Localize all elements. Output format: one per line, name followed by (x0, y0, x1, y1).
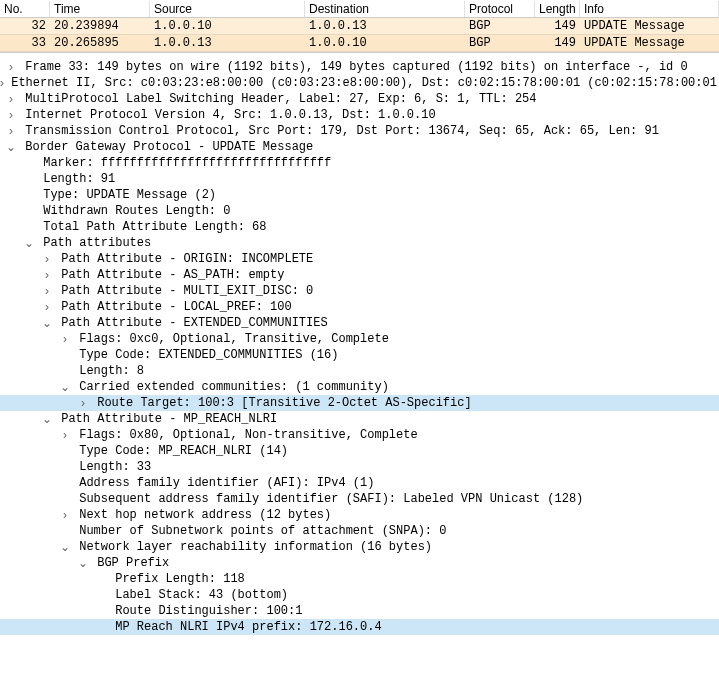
tree-label: Type: UPDATE Message (2) (36, 187, 216, 203)
tree-row[interactable]: · MP Reach NLRI IPv4 prefix: 172.16.0.4 (0, 619, 719, 635)
cell-no: 33 (0, 35, 50, 51)
expander-closed-icon[interactable]: › (58, 331, 72, 347)
tree-row[interactable]: › Path Attribute - MULTI_EXIT_DISC: 0 (0, 283, 719, 299)
tree-label: Next hop network address (12 bytes) (72, 507, 331, 523)
cell-destination: 1.0.0.10 (305, 35, 465, 51)
expander-closed-icon[interactable]: › (40, 283, 54, 299)
tree-row[interactable]: › Flags: 0x80, Optional, Non-transitive,… (0, 427, 719, 443)
tree-label: Internet Protocol Version 4, Src: 1.0.0.… (18, 107, 436, 123)
tree-label: Type Code: MP_REACH_NLRI (14) (72, 443, 288, 459)
tree-row[interactable]: › Path Attribute - ORIGIN: INCOMPLETE (0, 251, 719, 267)
tree-label: Length: 8 (72, 363, 144, 379)
expander-closed-icon[interactable]: › (58, 427, 72, 443)
packet-row[interactable]: 3320.2658951.0.0.131.0.0.10BGP149UPDATE … (0, 35, 719, 52)
expander-closed-icon[interactable]: › (40, 251, 54, 267)
tree-row[interactable]: · Total Path Attribute Length: 68 (0, 219, 719, 235)
tree-label: Carried extended communities: (1 communi… (72, 379, 389, 395)
expander-closed-icon[interactable]: › (76, 395, 90, 411)
tree-row[interactable]: ⌄ Path Attribute - EXTENDED_COMMUNITIES (0, 315, 719, 331)
cell-length: 149 (535, 35, 580, 51)
expander-spacer: · (22, 171, 36, 187)
expander-closed-icon[interactable]: › (40, 267, 54, 283)
tree-row[interactable]: ⌄ Path attributes (0, 235, 719, 251)
tree-row[interactable]: ⌄ Network layer reachability information… (0, 539, 719, 555)
col-header-protocol[interactable]: Protocol (465, 1, 535, 17)
tree-row[interactable]: › Path Attribute - LOCAL_PREF: 100 (0, 299, 719, 315)
tree-row[interactable]: · Withdrawn Routes Length: 0 (0, 203, 719, 219)
tree-label: MultiProtocol Label Switching Header, La… (18, 91, 536, 107)
tree-row[interactable]: · Marker: ffffffffffffffffffffffffffffff… (0, 155, 719, 171)
expander-closed-icon[interactable]: › (4, 107, 18, 123)
expander-closed-icon[interactable]: › (4, 59, 18, 75)
tree-label: Ethernet II, Src: c0:03:23:e8:00:00 (c0:… (4, 75, 719, 91)
expander-open-icon[interactable]: ⌄ (40, 411, 54, 427)
col-header-info[interactable]: Info (580, 1, 719, 17)
tree-label: Route Distinguisher: 100:1 (108, 603, 302, 619)
tree-row[interactable]: › Internet Protocol Version 4, Src: 1.0.… (0, 107, 719, 123)
tree-row[interactable]: › Route Target: 100:3 [Transitive 2-Octe… (0, 395, 719, 411)
col-header-source[interactable]: Source (150, 1, 305, 17)
tree-label: Subsequent address family identifier (SA… (72, 491, 583, 507)
expander-closed-icon[interactable]: › (4, 123, 18, 139)
tree-row[interactable]: · Length: 33 (0, 459, 719, 475)
tree-row[interactable]: · Subsequent address family identifier (… (0, 491, 719, 507)
tree-label: Prefix Length: 118 (108, 571, 245, 587)
packet-list: No. Time Source Destination Protocol Len… (0, 0, 719, 53)
col-header-time[interactable]: Time (50, 1, 150, 17)
cell-protocol: BGP (465, 18, 535, 34)
expander-open-icon[interactable]: ⌄ (22, 235, 36, 251)
tree-row[interactable]: · Length: 8 (0, 363, 719, 379)
tree-label: Path Attribute - ORIGIN: INCOMPLETE (54, 251, 313, 267)
tree-label: Network layer reachability information (… (72, 539, 432, 555)
tree-row[interactable]: · Label Stack: 43 (bottom) (0, 587, 719, 603)
tree-label: Flags: 0x80, Optional, Non-transitive, C… (72, 427, 418, 443)
tree-row[interactable]: · Type Code: MP_REACH_NLRI (14) (0, 443, 719, 459)
expander-closed-icon[interactable]: › (58, 507, 72, 523)
expander-spacer: · (58, 363, 72, 379)
tree-label: Address family identifier (AFI): IPv4 (1… (72, 475, 374, 491)
tree-row[interactable]: ⌄ Path Attribute - MP_REACH_NLRI (0, 411, 719, 427)
col-header-length[interactable]: Length (535, 1, 580, 17)
tree-row[interactable]: › MultiProtocol Label Switching Header, … (0, 91, 719, 107)
tree-row[interactable]: ⌄ Carried extended communities: (1 commu… (0, 379, 719, 395)
col-header-no[interactable]: No. (0, 1, 50, 17)
expander-closed-icon[interactable]: › (40, 299, 54, 315)
tree-row[interactable]: ⌄ Border Gateway Protocol - UPDATE Messa… (0, 139, 719, 155)
col-header-destination[interactable]: Destination (305, 1, 465, 17)
tree-row[interactable]: › Next hop network address (12 bytes) (0, 507, 719, 523)
tree-label: Length: 33 (72, 459, 151, 475)
tree-label: Total Path Attribute Length: 68 (36, 219, 266, 235)
expander-closed-icon[interactable]: › (4, 91, 18, 107)
tree-row[interactable]: · Number of Subnetwork points of attachm… (0, 523, 719, 539)
tree-row[interactable]: · Prefix Length: 118 (0, 571, 719, 587)
tree-row[interactable]: › Path Attribute - AS_PATH: empty (0, 267, 719, 283)
tree-label: Path Attribute - LOCAL_PREF: 100 (54, 299, 292, 315)
tree-row[interactable]: · Type Code: EXTENDED_COMMUNITIES (16) (0, 347, 719, 363)
cell-time: 20.239894 (50, 18, 150, 34)
expander-open-icon[interactable]: ⌄ (40, 315, 54, 331)
tree-row[interactable]: › Ethernet II, Src: c0:03:23:e8:00:00 (c… (0, 75, 719, 91)
cell-no: 32 (0, 18, 50, 34)
tree-label: Path Attribute - EXTENDED_COMMUNITIES (54, 315, 328, 331)
expander-open-icon[interactable]: ⌄ (58, 379, 72, 395)
expander-spacer: · (22, 203, 36, 219)
expander-spacer: · (22, 187, 36, 203)
expander-open-icon[interactable]: ⌄ (4, 139, 18, 155)
expander-open-icon[interactable]: ⌄ (58, 539, 72, 555)
tree-row[interactable]: · Type: UPDATE Message (2) (0, 187, 719, 203)
tree-label: MP Reach NLRI IPv4 prefix: 172.16.0.4 (108, 619, 382, 635)
cell-protocol: BGP (465, 35, 535, 51)
cell-time: 20.265895 (50, 35, 150, 51)
tree-row[interactable]: ⌄ BGP Prefix (0, 555, 719, 571)
tree-row[interactable]: · Route Distinguisher: 100:1 (0, 603, 719, 619)
tree-row[interactable]: › Transmission Control Protocol, Src Por… (0, 123, 719, 139)
tree-row[interactable]: · Address family identifier (AFI): IPv4 … (0, 475, 719, 491)
packet-list-header: No. Time Source Destination Protocol Len… (0, 0, 719, 18)
packet-row[interactable]: 3220.2398941.0.0.101.0.0.13BGP149UPDATE … (0, 18, 719, 35)
tree-row[interactable]: › Frame 33: 149 bytes on wire (1192 bits… (0, 59, 719, 75)
expander-open-icon[interactable]: ⌄ (76, 555, 90, 571)
tree-row[interactable]: · Length: 91 (0, 171, 719, 187)
tree-label: Withdrawn Routes Length: 0 (36, 203, 230, 219)
tree-row[interactable]: › Flags: 0xc0, Optional, Transitive, Com… (0, 331, 719, 347)
tree-label: Number of Subnetwork points of attachmen… (72, 523, 446, 539)
